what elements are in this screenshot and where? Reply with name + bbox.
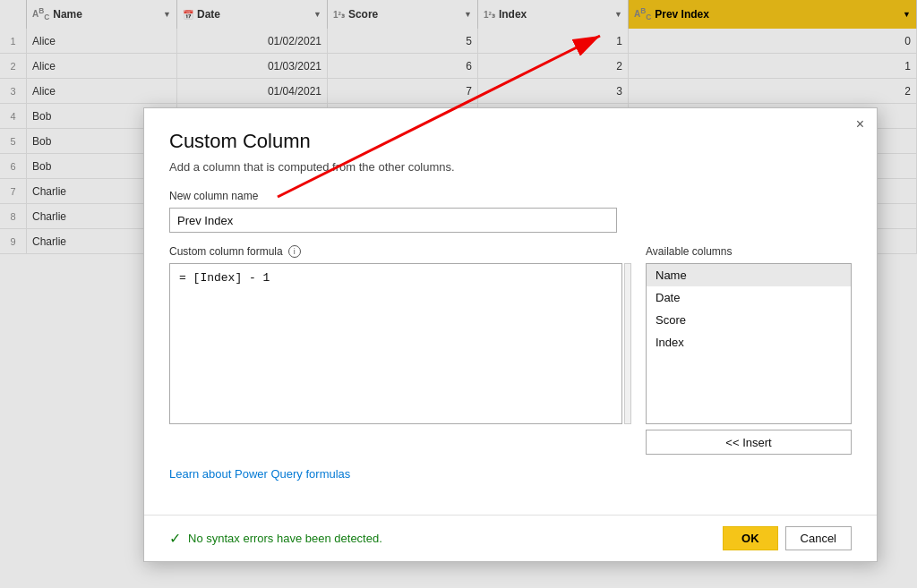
available-label: Available columns (646, 245, 852, 258)
dialog-title: Custom Column (169, 130, 852, 153)
formula-left: Custom column formula i = [Index] - 1 (169, 245, 631, 455)
validation-text: No syntax errors have been detected. (188, 532, 382, 545)
formula-input[interactable]: = [Index] - 1 (169, 263, 622, 424)
learn-link[interactable]: Learn about Power Query formulas (169, 467, 852, 481)
formula-info-icon[interactable]: i (288, 245, 301, 258)
custom-column-dialog: × Custom Column Add a column that is com… (143, 107, 878, 562)
ok-button[interactable]: OK (723, 526, 778, 550)
column-name-label: New column name (169, 190, 852, 202)
dialog-footer: ✓ No syntax errors have been detected. O… (144, 515, 877, 561)
available-item-name[interactable]: Name (647, 264, 851, 286)
dialog-close-button[interactable]: × (856, 117, 864, 132)
available-item-score[interactable]: Score (647, 309, 851, 331)
footer-buttons: OK Cancel (723, 526, 852, 550)
validation-message: ✓ No syntax errors have been detected. (169, 530, 382, 547)
formula-scrollbar[interactable] (624, 263, 631, 424)
dialog-body: Custom Column Add a column that is compu… (144, 108, 877, 515)
cancel-button[interactable]: Cancel (785, 526, 852, 550)
check-icon: ✓ (169, 530, 181, 547)
column-name-input[interactable] (169, 208, 617, 233)
available-item-date[interactable]: Date (647, 286, 851, 309)
insert-button[interactable]: << Insert (646, 430, 852, 455)
dialog-subtitle: Add a column that is computed from the o… (169, 160, 852, 174)
available-columns-list: Name Date Score Index (646, 263, 852, 424)
formula-box-wrapper: = [Index] - 1 (169, 263, 631, 427)
formula-label: Custom column formula i (169, 245, 631, 258)
available-item-index[interactable]: Index (647, 331, 851, 354)
formula-section: Custom column formula i = [Index] - 1 Av… (169, 245, 852, 455)
dialog-overlay: × Custom Column Add a column that is com… (0, 0, 917, 588)
available-columns-panel: Available columns Name Date Score Index … (646, 245, 852, 455)
